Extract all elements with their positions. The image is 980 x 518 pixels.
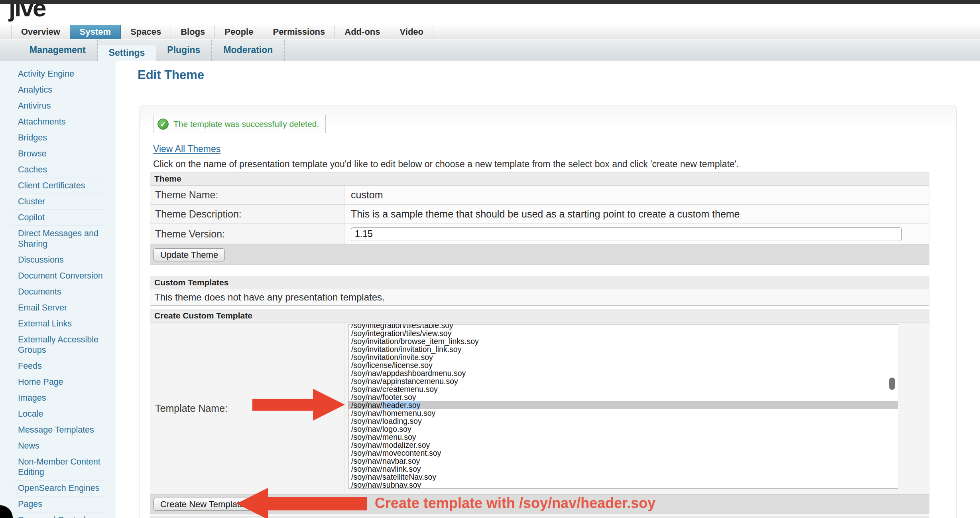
theme-description-row: Theme Description: This is a sample them… [150, 205, 929, 224]
template-option[interactable]: /soy/invitation/browse_item_links.soy [348, 337, 898, 345]
sidebar-item[interactable]: Attachments [12, 114, 104, 130]
main-nav-tab[interactable]: Add-ons [335, 25, 390, 39]
template-option[interactable]: /soy/nav/appdashboardmenu.soy [348, 369, 898, 377]
arrow-shaft [268, 497, 367, 510]
template-option[interactable]: /soy/integration/tiles/view.soy [348, 329, 898, 337]
custom-templates-empty-text: This theme does not have any presentatio… [150, 289, 929, 305]
template-name-listbox[interactable]: /soy/integration/tiles/table.soy/soy/int… [348, 324, 898, 489]
success-message-text: The template was successfully deleted. [173, 119, 319, 129]
sidebar-item[interactable]: Email Server [12, 300, 104, 316]
main-nav-tab[interactable]: Video [390, 25, 434, 39]
theme-name-row: Theme Name: custom [150, 186, 929, 205]
template-option[interactable]: /soy/nav/loading.soy [348, 417, 898, 425]
template-option[interactable]: /soy/nav/satelliteNav.soy [348, 473, 898, 481]
sidebar-item[interactable]: Analytics [12, 82, 104, 98]
theme-table-footer: Update Theme [150, 245, 929, 265]
theme-description-label: Theme Description: [150, 205, 344, 223]
sidebar-item[interactable]: Cluster [12, 194, 104, 210]
sidebar-list: Activity EngineAnalyticsAntivirusAttachm… [0, 61, 116, 518]
sidebar-item[interactable]: Feeds [12, 358, 104, 374]
sidebar-item[interactable]: Locale [12, 406, 104, 422]
main-nav: OverviewSystemSpacesBlogsPeoplePermissio… [0, 25, 980, 39]
template-option[interactable]: /soy/invitation/invite.soy [348, 353, 898, 361]
sub-nav-tab[interactable]: Moderation [212, 40, 285, 61]
main-nav-tab[interactable]: Permissions [263, 25, 335, 39]
top-black-bar [0, 0, 980, 4]
template-option[interactable]: /soy/nav/header.soy [348, 401, 898, 409]
sub-nav-tab[interactable]: Settings [98, 45, 156, 61]
sidebar-item[interactable]: Activity Engine [12, 66, 104, 82]
workspace: Activity EngineAnalyticsAntivirusAttachm… [0, 61, 980, 518]
sidebar-item[interactable]: Non-Member Content Editing [12, 454, 104, 480]
sidebar-item[interactable]: Message Templates [12, 422, 104, 438]
main-panel: Edit Theme ✓ The template was successful… [116, 61, 980, 518]
theme-name-value: custom [344, 186, 929, 204]
create-template-header: Create Custom Template [150, 309, 929, 322]
sidebar-item[interactable]: Bridges [12, 130, 104, 146]
main-nav-tab[interactable]: System [70, 25, 121, 39]
arrow-shaft [252, 399, 313, 411]
success-check-icon: ✓ [157, 119, 169, 130]
sidebar-item[interactable]: Document Conversion [12, 268, 104, 284]
sidebar-item[interactable]: Images [12, 390, 104, 406]
sidebar-item[interactable]: Pages [12, 496, 104, 512]
custom-templates-table: Custom Templates This theme does not hav… [150, 276, 929, 306]
template-option[interactable]: /soy/nav/navbar.soy [348, 457, 898, 465]
page-title: Edit Theme [138, 68, 204, 82]
content-box: ✓ The template was successfully deleted.… [140, 105, 957, 518]
custom-templates-empty-row: This theme does not have any presentatio… [150, 289, 929, 305]
sidebar-item[interactable]: Client Certificates [12, 178, 104, 194]
template-option[interactable]: /soy/nav/createmenu.soy [348, 385, 898, 393]
main-nav-tab[interactable]: Spaces [121, 25, 171, 39]
template-option[interactable]: /soy/nav/logo.soy [348, 425, 898, 433]
main-nav-tab[interactable]: People [215, 25, 263, 39]
sidebar-item[interactable]: External Links [12, 316, 104, 332]
template-option[interactable]: /soy/nav/modalizer.soy [348, 441, 898, 449]
sidebar-item[interactable]: News [12, 438, 104, 454]
template-option[interactable]: /soy/nav/appinstancemenu.soy [348, 377, 898, 385]
theme-table-header: Theme [150, 172, 929, 186]
sidebar-item[interactable]: Browse [12, 146, 104, 162]
template-option[interactable]: /soy/nav/homemenu.soy [348, 409, 898, 417]
create-template-table: Create Custom Template Template Name: /s… [150, 309, 929, 514]
sidebar-item[interactable]: Home Page [12, 374, 104, 390]
main-nav-tab[interactable]: Overview [11, 25, 70, 39]
sub-nav: ManagementSettingsPluginsModeration [0, 40, 980, 61]
sidebar: Activity EngineAnalyticsAntivirusAttachm… [0, 61, 116, 518]
sidebar-item[interactable]: OpenSearch Engines [12, 480, 104, 496]
theme-version-label: Theme Version: [150, 224, 344, 244]
theme-version-cell [344, 224, 929, 244]
sub-nav-tab[interactable]: Plugins [156, 40, 212, 61]
template-option[interactable]: /soy/nav/subnav.soy [348, 481, 898, 489]
theme-table: Theme Theme Name: custom Theme Descripti… [150, 172, 929, 265]
sidebar-item[interactable]: Antivirus [12, 98, 104, 114]
instructions-text: Click on the name of presentation templa… [153, 159, 739, 170]
sidebar-item[interactable]: Password Control [12, 512, 104, 518]
theme-version-row: Theme Version: [150, 224, 929, 245]
theme-name-label: Theme Name: [150, 186, 344, 204]
update-theme-button[interactable]: Update Theme [153, 248, 225, 261]
template-option[interactable]: /soy/invitation/invitation_link.soy [348, 345, 898, 353]
view-all-themes-link[interactable]: View All Themes [153, 144, 220, 154]
sidebar-item[interactable]: Copilot [12, 210, 104, 225]
arrow-head-right-icon [313, 389, 345, 421]
template-name-cell: /soy/integration/tiles/table.soy/soy/int… [344, 322, 929, 494]
theme-description-value: This is a sample theme that should be us… [344, 205, 929, 223]
listbox-scrollbar-thumb[interactable] [889, 378, 895, 390]
template-option[interactable]: /soy/license/license.soy [348, 361, 898, 369]
custom-templates-header: Custom Templates [150, 276, 929, 289]
template-option[interactable]: /soy/nav/menu.soy [348, 433, 898, 441]
success-message-box: ✓ The template was successfully deleted. [153, 115, 326, 133]
sidebar-item[interactable]: Caches [12, 162, 104, 178]
template-option[interactable]: /soy/nav/movecontent.soy [348, 449, 898, 457]
theme-version-input[interactable] [351, 227, 902, 241]
sidebar-item[interactable]: Documents [12, 284, 104, 300]
template-option[interactable]: /soy/nav/navlink.soy [348, 465, 898, 473]
main-nav-tab[interactable]: Blogs [171, 25, 215, 39]
sidebar-item[interactable]: Direct Messages and Sharing [12, 225, 104, 252]
template-options-list: /soy/integration/tiles/table.soy/soy/int… [348, 324, 898, 489]
template-option[interactable]: /soy/nav/footer.soy [348, 393, 898, 401]
sidebar-item[interactable]: Discussions [12, 252, 104, 268]
sidebar-item[interactable]: Externally Accessible Groups [12, 332, 104, 358]
sub-nav-tab[interactable]: Management [18, 40, 98, 61]
